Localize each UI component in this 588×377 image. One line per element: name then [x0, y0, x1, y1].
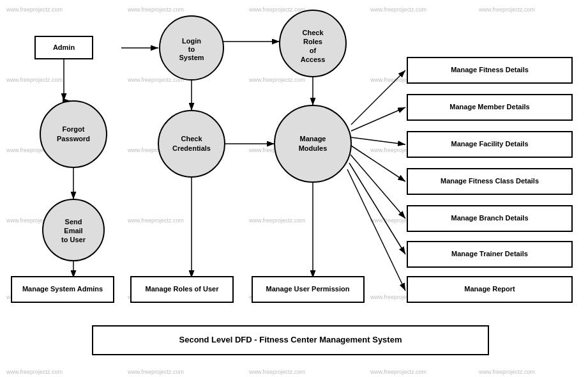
svg-text:www.freeprojectz.com: www.freeprojectz.com	[248, 369, 305, 375]
login-label-3: System	[179, 54, 204, 61]
svg-text:www.freeprojectz.com: www.freeprojectz.com	[6, 6, 63, 13]
login-label-1: Login	[182, 37, 201, 45]
manage-system-admins-label: Manage System Admins	[22, 285, 103, 293]
manage-report-label: Manage Report	[464, 285, 515, 293]
svg-text:www.freeprojectz.com: www.freeprojectz.com	[6, 369, 63, 375]
login-label-2: to	[188, 45, 195, 53]
dfd-svg: www.freeprojectz.com www.freeprojectz.co…	[0, 0, 588, 377]
check-cred-label-2: Credentials	[172, 144, 211, 152]
svg-line-37	[351, 70, 405, 125]
svg-text:www.freeprojectz.com: www.freeprojectz.com	[248, 77, 305, 83]
manage-member-details-label: Manage Member Details	[449, 103, 529, 111]
svg-text:www.freeprojectz.com: www.freeprojectz.com	[127, 369, 184, 375]
admin-label: Admin	[53, 43, 75, 51]
check-roles-label-1: Check	[302, 29, 324, 36]
manage-modules-label-2: Modules	[299, 144, 328, 152]
send-email-label-2: Email	[64, 227, 82, 235]
forgot-label-1: Forgot	[63, 125, 85, 133]
manage-roles-label: Manage Roles of User	[146, 285, 220, 293]
check-roles-label-4: Access	[301, 56, 326, 63]
manage-modules-label-1: Manage	[300, 135, 326, 142]
send-email-label-1: Send	[65, 218, 82, 226]
manage-fitness-details-label: Manage Fitness Details	[451, 66, 529, 73]
svg-text:www.freeprojectz.com: www.freeprojectz.com	[478, 6, 535, 13]
send-email-label-3: to User	[61, 236, 86, 243]
diagram-area: www.freeprojectz.com www.freeprojectz.co…	[0, 0, 588, 377]
svg-text:www.freeprojectz.com: www.freeprojectz.com	[370, 369, 426, 375]
svg-text:www.freeprojectz.com: www.freeprojectz.com	[6, 77, 63, 83]
svg-text:www.freeprojectz.com: www.freeprojectz.com	[127, 217, 184, 224]
svg-line-39	[351, 137, 405, 144]
manage-branch-details-label: Manage Branch Details	[451, 214, 528, 222]
svg-text:www.freeprojectz.com: www.freeprojectz.com	[127, 77, 184, 83]
svg-text:www.freeprojectz.com: www.freeprojectz.com	[370, 6, 426, 13]
check-roles-label-2: Roles	[303, 38, 322, 45]
svg-text:www.freeprojectz.com: www.freeprojectz.com	[127, 6, 184, 13]
check-cred-label-1: Check	[181, 135, 202, 142]
manage-fitness-class-label: Manage Fitness Class Details	[441, 177, 539, 185]
svg-line-38	[351, 107, 405, 131]
manage-user-permission-label: Manage User Permission	[266, 285, 350, 293]
caption-text: Second Level DFD - Fitness Center Manage…	[179, 335, 402, 344]
manage-trainer-details-label: Manage Trainer Details	[451, 250, 528, 258]
check-roles-label-3: of	[310, 47, 317, 54]
svg-text:www.freeprojectz.com: www.freeprojectz.com	[478, 369, 535, 375]
forgot-label-2: Password	[57, 135, 90, 142]
svg-line-43	[347, 169, 405, 291]
manage-facility-details-label: Manage Facility Details	[451, 140, 528, 148]
svg-text:www.freeprojectz.com: www.freeprojectz.com	[248, 6, 305, 13]
svg-text:www.freeprojectz.com: www.freeprojectz.com	[248, 217, 305, 224]
svg-line-40	[351, 146, 405, 181]
